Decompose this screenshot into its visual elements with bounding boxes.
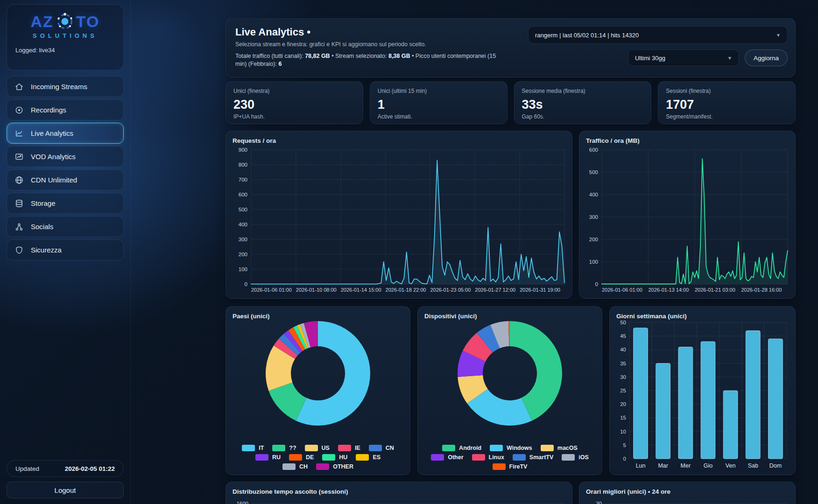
legend-swatch <box>562 454 575 461</box>
legend-swatch <box>356 454 369 461</box>
legend-label: Windows <box>507 445 532 451</box>
legend-swatch <box>490 445 503 451</box>
legend-row: OtherLinuxSmartTViOS <box>423 454 597 461</box>
legend-item-other: OTHER <box>316 463 353 470</box>
svg-text:Mar: Mar <box>658 462 668 469</box>
listen-time-distribution-chart: 1600 <box>231 498 567 504</box>
legend-item-ch: CH <box>282 463 308 470</box>
traffic-stats-line: Totale traffico (tutti canali): 78,82 GB… <box>235 52 506 68</box>
listen-time-distribution-card: Distribuzione tempo ascolto (sessioni) 1… <box>226 482 572 504</box>
legend-label: IT <box>259 445 264 451</box>
svg-text:35: 35 <box>620 361 626 366</box>
sidebar-item-sicurezza[interactable]: Sicurezza <box>7 239 124 260</box>
sidebar-item-storage[interactable]: Storage <box>7 193 124 214</box>
svg-text:400: 400 <box>239 222 247 227</box>
svg-text:2026-01-06 01:00: 2026-01-06 01:00 <box>251 287 292 293</box>
kpi-subtext: Segment/manifest. <box>666 113 788 120</box>
chart-title: Traffico / ora (MB) <box>586 137 640 144</box>
svg-text:0: 0 <box>245 281 247 287</box>
stats-value: 6 <box>278 61 282 67</box>
devices-donut-card: Dispositivi (unici) AndroidWindowsmacOSO… <box>417 306 602 475</box>
legend-swatch <box>338 445 351 451</box>
svg-text:10: 10 <box>620 429 626 434</box>
sidebar: AZ TO SOLUTIONS Logged: live34 I <box>0 0 131 504</box>
legend-label: RU <box>272 454 281 461</box>
svg-text:200: 200 <box>589 237 598 242</box>
kpi-value: 1 <box>378 98 500 112</box>
stats-value: 8,38 GB <box>388 53 410 59</box>
sidebar-item-socials[interactable]: Socials <box>7 216 124 237</box>
sidebar-item-live-analytics[interactable]: Live Analytics <box>7 123 124 144</box>
logout-button[interactable]: Logout <box>7 482 124 498</box>
svg-text:2026-01-28 16:00: 2026-01-28 16:00 <box>741 287 782 293</box>
last-updated-pill: Updated 2026-02-05 01:22 <box>7 460 124 477</box>
svg-text:100: 100 <box>239 266 247 272</box>
svg-text:Ven: Ven <box>726 462 736 469</box>
legend-label: IE <box>355 445 360 451</box>
kpi-subtext: Active stimati. <box>378 113 500 120</box>
chart-title: Distribuzione tempo ascolto (sessioni) <box>233 488 348 495</box>
legend-row: FireTV <box>423 463 597 470</box>
sidebar-item-recordings[interactable]: Recordings <box>7 99 124 120</box>
svg-text:2026-01-06 01:00: 2026-01-06 01:00 <box>602 287 642 293</box>
svg-text:50: 50 <box>620 320 626 325</box>
weekdays-bar-chart: 05101520253035404550LunMarMerGioVenSabDo… <box>614 319 790 472</box>
svg-text:40: 40 <box>620 347 626 352</box>
legend-item-android: Android <box>442 445 481 451</box>
kpi-card-unici-ultimi-15-min: Unici (ultimi 15 min)1Active stimati. <box>370 81 508 124</box>
sidebar-bottom: Updated 2026-02-05 01:22 Logout <box>7 460 124 498</box>
kpi-value: 33s <box>522 98 644 112</box>
legend-swatch <box>282 463 296 470</box>
legend-row: IT??USIECN <box>231 445 405 451</box>
legend-swatch <box>369 445 382 451</box>
live-analytics-dashboard: AZ TO SOLUTIONS Logged: live34 I <box>0 0 818 504</box>
legend-item-: ?? <box>272 445 296 451</box>
svg-text:45: 45 <box>620 333 626 339</box>
sidebar-item-label: Socials <box>31 223 53 231</box>
shield-icon <box>14 245 24 255</box>
svg-text:200: 200 <box>239 252 247 257</box>
legend-item-cn: CN <box>369 445 394 451</box>
home-icon <box>14 82 24 91</box>
svg-text:1600: 1600 <box>236 501 248 504</box>
legend-label: Linux <box>489 454 504 461</box>
legend-label: Other <box>448 454 463 461</box>
sidebar-item-cdn-unlimited[interactable]: CDN Unlimited <box>7 169 124 190</box>
kpi-card-unici-finestra: Unici (finestra)230IP+UA hash. <box>226 81 363 124</box>
kpi-subtext: Gap 60s. <box>522 113 644 120</box>
window-select[interactable]: Ultimi 30gg ▼ <box>628 49 739 66</box>
svg-text:Gio: Gio <box>704 462 713 469</box>
legend-item-es: ES <box>356 454 381 461</box>
legend-item-ru: RU <box>255 454 281 461</box>
logo-text-to: TO <box>76 13 100 31</box>
devices-donut-chart <box>454 318 565 429</box>
best-hours-chart: 30 <box>584 498 790 504</box>
distribution-charts-row: Paesi (unici) IT??USIECNRUDEHUESCHOTHER … <box>226 306 796 475</box>
kpi-row: Unici (finestra)230IP+UA hash.Unici (ult… <box>226 81 796 124</box>
updated-label: Updated <box>15 465 39 472</box>
legend-item-de: DE <box>289 454 314 461</box>
kpi-value: 230 <box>233 98 355 112</box>
legend-label: Android <box>459 445 481 451</box>
svg-text:400: 400 <box>589 192 598 197</box>
legend-swatch <box>322 454 335 461</box>
devices-legend: AndroidWindowsmacOSOtherLinuxSmartTViOSF… <box>423 445 597 470</box>
kpi-card-sessioni-finestra: Sessioni (finestra)1707Segment/manifest. <box>658 81 796 124</box>
sidebar-item-vod-analytics[interactable]: VOD Analytics <box>7 146 124 167</box>
legend-row: RUDEHUES <box>231 454 405 461</box>
refresh-button[interactable]: Aggiorna <box>745 49 788 66</box>
legend-swatch <box>541 445 554 451</box>
legend-swatch <box>513 454 526 461</box>
sidebar-item-label: Recordings <box>31 106 66 114</box>
svg-text:2026-01-31 19:00: 2026-01-31 19:00 <box>520 287 560 293</box>
database-icon <box>14 199 24 208</box>
stream-select[interactable]: rangerm | last 05/02 01:14 | hits 14320 … <box>528 26 788 44</box>
kpi-label: Sessioni (finestra) <box>666 88 788 94</box>
azoto-logo: AZ TO <box>15 12 115 31</box>
legend-swatch <box>242 445 255 451</box>
svg-text:2026-01-18 22:00: 2026-01-18 22:00 <box>386 287 426 293</box>
requests-per-hour-chart: 01002003004005006007008009002026-01-06 0… <box>231 145 567 295</box>
kpi-subtext: IP+UA hash. <box>233 113 355 120</box>
sidebar-item-label: Live Analytics <box>31 129 73 137</box>
sidebar-item-incoming-streams[interactable]: Incoming Streams <box>7 76 124 97</box>
